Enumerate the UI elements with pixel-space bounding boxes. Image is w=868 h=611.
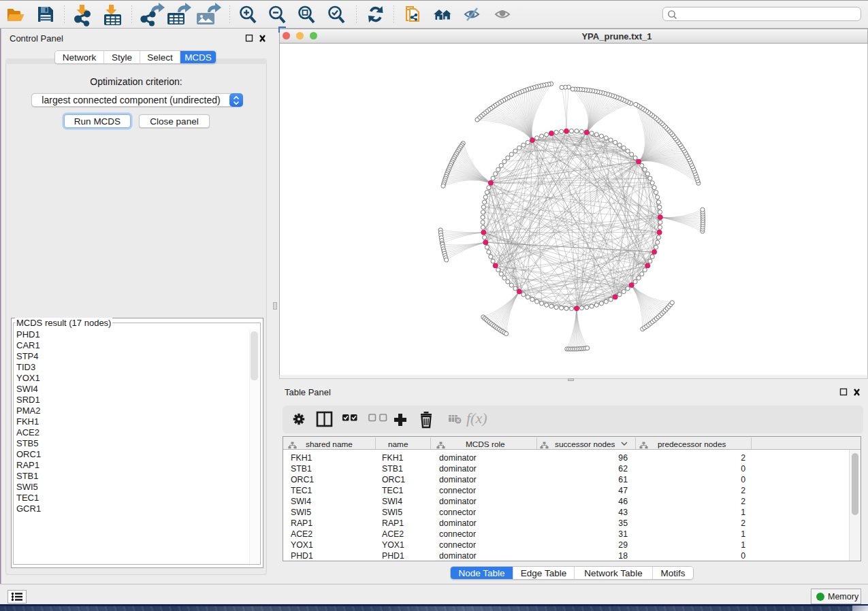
svg-text:f(x): f(x) (466, 410, 487, 427)
